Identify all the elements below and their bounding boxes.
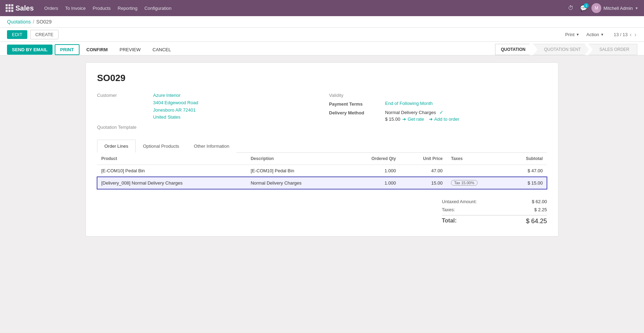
cell-subtotal: $ 47.00 — [505, 165, 547, 177]
cell-unit-price: 15.00 — [400, 177, 447, 189]
print-label: Print — [565, 32, 575, 37]
order-lines-table: Product Description Ordered Qty Unit Pri… — [97, 153, 547, 189]
pagination-text: 13 / 13 — [614, 32, 628, 37]
document-title: SO029 — [97, 73, 547, 84]
menu-configuration[interactable]: Configuration — [144, 6, 171, 11]
print-dropdown[interactable]: Print ▼ — [565, 32, 580, 37]
main-content: SO029 Customer Azure Interior 3404 Edgew… — [0, 55, 644, 244]
col-taxes: Taxes — [447, 153, 505, 165]
tab-other-information[interactable]: Other Information — [186, 140, 237, 153]
confirm-button[interactable]: CONFIRM — [82, 45, 113, 55]
user-menu[interactable]: M Mitchell Admin ▼ — [591, 3, 638, 13]
totals-section: Untaxed Amount: $ 62.00 Taxes: $ 2.25 To… — [97, 198, 547, 226]
table-row[interactable]: [Delivery_008] Normal Delivery ChargesNo… — [97, 177, 547, 189]
user-avatar: M — [591, 3, 601, 13]
workflow-bar: SEND BY EMAIL PRINT CONFIRM PREVIEW CANC… — [0, 42, 644, 55]
menu-products[interactable]: Products — [93, 6, 111, 11]
untaxed-label: Untaxed Amount: — [442, 199, 477, 204]
taxes-value: $ 2.25 — [534, 207, 547, 212]
add-to-order-arrow-icon: ➜ — [429, 116, 433, 122]
app-title: Sales — [15, 4, 34, 12]
total-value: $ 64.25 — [526, 218, 547, 225]
payment-terms-value[interactable]: End of Following Month — [385, 101, 547, 106]
menu-orders[interactable]: Orders — [44, 6, 58, 11]
payment-terms-label: Payment Terms — [329, 101, 385, 107]
customer-address-line3: United States — [153, 114, 315, 121]
menu-reporting[interactable]: Reporting — [118, 6, 137, 11]
action-label: Action — [587, 32, 599, 37]
cell-ordered-qty: 1.000 — [345, 165, 400, 177]
customer-field: Customer Azure Interior 3404 Edgewood Ro… — [97, 92, 315, 121]
tab-optional-products[interactable]: Optional Products — [136, 140, 186, 153]
breadcrumb-separator: / — [33, 19, 34, 25]
document-fields: Customer Azure Interior 3404 Edgewood Ro… — [97, 92, 547, 133]
action-bar: EDIT CREATE Print ▼ Action ▼ 13 / 13 ‹ › — [0, 28, 644, 42]
cell-description: [E-COM10] Pedal Bin — [246, 165, 345, 177]
menu-to-invoice[interactable]: To Invoice — [65, 6, 86, 11]
customer-address-line2: Jonesboro AR 72401 — [153, 107, 315, 114]
validity-field: Validity — [329, 92, 547, 98]
notification-bell[interactable]: 💬 1 — [580, 5, 587, 12]
cell-description: Normal Delivery Charges — [246, 177, 345, 189]
col-description: Description — [246, 153, 345, 165]
tax-badge: Tax 15.00% — [451, 180, 477, 186]
pagination-control: 13 / 13 ‹ › — [614, 32, 637, 38]
quotation-template-label: Quotation Template — [97, 124, 153, 130]
edit-button[interactable]: EDIT — [7, 30, 27, 39]
add-to-order-link[interactable]: ➜ Add to order — [429, 116, 459, 122]
tab-order-lines[interactable]: Order Lines — [97, 140, 136, 153]
taxes-row: Taxes: $ 2.25 — [442, 206, 547, 214]
action-dropdown[interactable]: Action ▼ — [587, 32, 604, 37]
status-quotation: QUOTATION — [495, 44, 534, 55]
total-label: Total: — [442, 218, 457, 225]
customer-address: Azure Interior 3404 Edgewood Road Jonesb… — [153, 92, 315, 121]
cell-taxes: Tax 15.00% — [447, 177, 505, 189]
pagination-next-icon[interactable]: › — [634, 32, 637, 38]
delivery-check-icon: ✓ — [439, 109, 444, 115]
get-rate-arrow-icon: ➜ — [402, 116, 406, 122]
cell-unit-price: 47.00 — [400, 165, 447, 177]
cancel-button[interactable]: CANCEL — [148, 45, 176, 55]
col-subtotal: Subtotal — [505, 153, 547, 165]
col-product: Product — [97, 153, 246, 165]
delivery-method-field: Delivery Method Normal Delivery Charges … — [329, 109, 547, 122]
get-rate-link[interactable]: ➜ Get rate — [402, 116, 424, 122]
breadcrumb: Quotations / SO029 — [0, 16, 644, 28]
delivery-method-value-row: Normal Delivery Charges ✓ — [385, 109, 547, 115]
cell-product: [E-COM10] Pedal Bin — [97, 165, 246, 177]
action-caret-icon: ▼ — [601, 33, 604, 36]
document-card: SO029 Customer Azure Interior 3404 Edgew… — [85, 62, 559, 237]
send-by-email-button[interactable]: SEND BY EMAIL — [7, 45, 53, 55]
cell-subtotal: $ 15.00 — [505, 177, 547, 189]
quotation-template-field: Quotation Template — [97, 124, 315, 130]
cell-ordered-qty: 1.000 — [345, 177, 400, 189]
print-workflow-button[interactable]: PRINT — [55, 44, 80, 55]
preview-button[interactable]: PREVIEW — [115, 45, 145, 55]
delivery-price: $ 15.00 — [385, 116, 400, 122]
customer-name[interactable]: Azure Interior — [153, 92, 315, 99]
pagination-prev-icon[interactable]: ‹ — [629, 32, 632, 38]
status-quotation-sent: QUOTATION SENT — [533, 44, 589, 55]
user-name: Mitchell Admin — [603, 6, 633, 11]
untaxed-value: $ 62.00 — [532, 199, 547, 204]
tabs-container: Order Lines Optional Products Other Info… — [97, 140, 547, 153]
top-navigation: Sales Orders To Invoice Products Reporti… — [0, 0, 644, 16]
create-button[interactable]: CREATE — [30, 30, 59, 39]
top-right-bar: ⏱ 💬 1 M Mitchell Admin ▼ — [566, 3, 638, 13]
col-unit-price: Unit Price — [400, 153, 447, 165]
total-row: Total: $ 64.25 — [442, 215, 547, 226]
fields-right: Validity Payment Terms End of Following … — [329, 92, 547, 133]
customer-address-line1: 3404 Edgewood Road — [153, 99, 315, 107]
notification-count: 1 — [584, 3, 589, 8]
table-body: [E-COM10] Pedal Bin[E-COM10] Pedal Bin1.… — [97, 165, 547, 189]
taxes-label: Taxes: — [442, 207, 455, 212]
untaxed-amount-row: Untaxed Amount: $ 62.00 — [442, 198, 547, 206]
breadcrumb-current: SO029 — [36, 19, 52, 25]
totals-table: Untaxed Amount: $ 62.00 Taxes: $ 2.25 To… — [442, 198, 547, 226]
table-row[interactable]: [E-COM10] Pedal Bin[E-COM10] Pedal Bin1.… — [97, 165, 547, 177]
app-grid-icon[interactable] — [6, 4, 13, 12]
breadcrumb-parent[interactable]: Quotations — [7, 19, 31, 25]
delivery-method-value: Normal Delivery Charges — [385, 110, 436, 115]
user-dropdown-icon: ▼ — [635, 6, 638, 10]
clock-icon[interactable]: ⏱ — [566, 3, 576, 13]
